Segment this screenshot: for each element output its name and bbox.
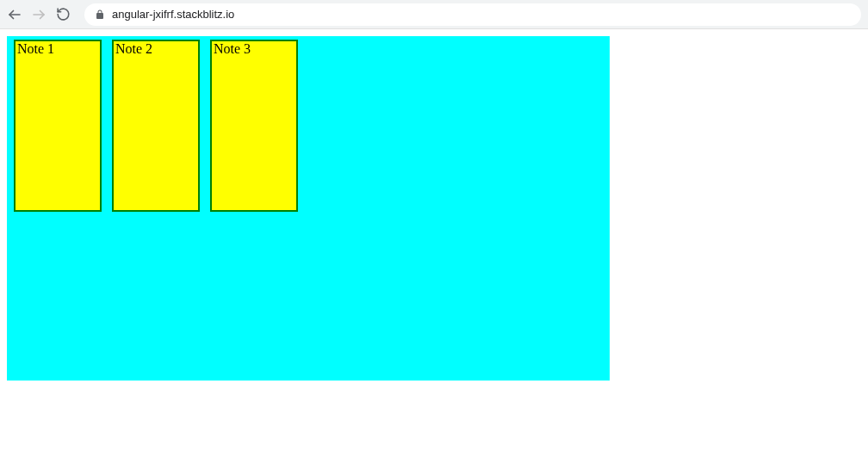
address-url-text: angular-jxifrf.stackblitz.io [112, 8, 234, 21]
reload-icon[interactable] [55, 7, 71, 22]
note-label: Note 3 [214, 41, 251, 56]
notes-board: Note 1 Note 2 Note 3 [7, 36, 610, 381]
address-input[interactable]: angular-jxifrf.stackblitz.io [84, 3, 861, 26]
note-label: Note 2 [115, 41, 152, 56]
forward-icon[interactable] [31, 7, 46, 22]
page-viewport: Note 1 Note 2 Note 3 [0, 29, 868, 387]
note-card[interactable]: Note 2 [112, 40, 200, 212]
lock-icon [95, 9, 105, 20]
note-label: Note 1 [17, 41, 54, 56]
browser-address-bar: angular-jxifrf.stackblitz.io [0, 0, 868, 29]
note-card[interactable]: Note 3 [210, 40, 298, 212]
back-icon[interactable] [7, 7, 22, 22]
note-card[interactable]: Note 1 [14, 40, 102, 212]
